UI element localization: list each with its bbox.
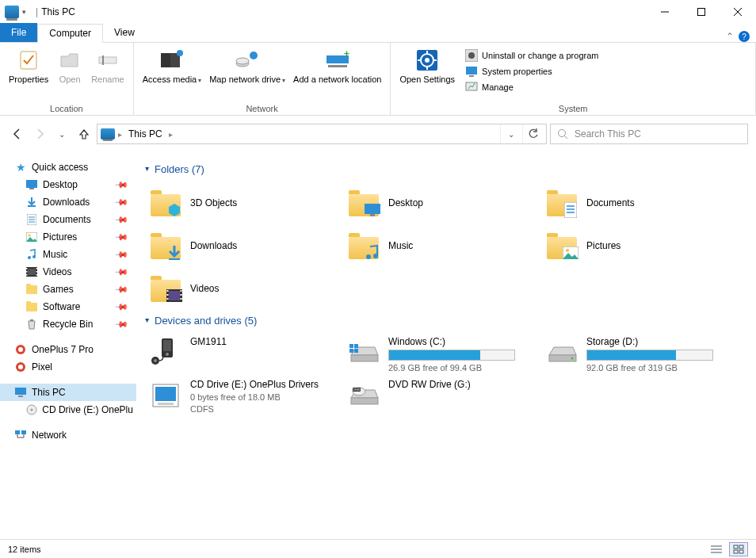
svg-rect-7 bbox=[161, 53, 170, 67]
drive-item-windows-c-[interactable]: Windows (C:)26.9 GB free of 99.4 GB bbox=[344, 333, 542, 376]
maximize-button[interactable] bbox=[683, 0, 720, 24]
drive-name: Windows (C:) bbox=[388, 336, 539, 347]
sidebar-item-oneplus-7-pro[interactable]: OnePlus 7 Pro bbox=[0, 341, 136, 358]
tab-view[interactable]: View bbox=[103, 23, 146, 42]
svg-rect-45 bbox=[26, 271, 28, 273]
folder-item-documents[interactable]: Documents bbox=[542, 182, 740, 224]
drive-name: GM1911 bbox=[190, 336, 341, 347]
capacity-bar bbox=[388, 350, 515, 361]
back-button[interactable] bbox=[8, 124, 27, 143]
sidebar-item-software[interactable]: Software📌 bbox=[0, 298, 136, 315]
tab-computer[interactable]: Computer bbox=[37, 24, 103, 43]
sidebar-item-cd-drive[interactable]: CD Drive (E:) OnePlus bbox=[0, 401, 136, 418]
drive-filesystem: CDFS bbox=[190, 404, 341, 414]
sidebar-item-pixel[interactable]: Pixel bbox=[0, 358, 136, 376]
recent-locations-button[interactable]: ⌄ bbox=[52, 124, 71, 143]
tab-file[interactable]: File bbox=[0, 23, 37, 42]
chevron-right-icon[interactable]: ▸ bbox=[118, 130, 122, 139]
svg-rect-108 bbox=[739, 550, 743, 553]
sidebar-item-network[interactable]: Network bbox=[0, 426, 136, 444]
sidebar-item-label: Videos bbox=[43, 266, 71, 277]
svg-rect-98 bbox=[351, 398, 378, 404]
pin-icon: 📌 bbox=[113, 281, 128, 296]
drive-item-gm1911[interactable]: GM1911 bbox=[146, 333, 344, 376]
large-icons-view-button[interactable] bbox=[729, 542, 748, 556]
sidebar-item-videos[interactable]: Videos📌 bbox=[0, 263, 136, 281]
item-icon bbox=[25, 231, 38, 243]
svg-point-54 bbox=[18, 365, 23, 369]
drive-name: Storage (D:) bbox=[586, 336, 737, 347]
sidebar-item-desktop[interactable]: Desktop📌 bbox=[0, 176, 136, 193]
svg-rect-43 bbox=[28, 269, 36, 275]
folder-item-desktop[interactable]: Desktop bbox=[344, 182, 542, 224]
drive-icon: DVD bbox=[347, 379, 380, 412]
qat-dropdown-icon[interactable]: ▾ bbox=[22, 8, 26, 16]
minimize-button[interactable] bbox=[647, 0, 683, 24]
ribbon: Properties Open Rename Location Access m… bbox=[0, 43, 756, 116]
svg-point-87 bbox=[154, 359, 157, 362]
item-icon bbox=[25, 300, 38, 313]
close-button[interactable] bbox=[720, 0, 756, 24]
refresh-button[interactable] bbox=[522, 124, 543, 143]
breadcrumb-this-pc[interactable]: This PC bbox=[125, 128, 166, 140]
svg-rect-56 bbox=[18, 396, 23, 397]
system-properties-icon bbox=[465, 65, 478, 78]
folder-label: Pictures bbox=[586, 240, 620, 251]
app-icon bbox=[5, 6, 19, 18]
forward-button[interactable] bbox=[30, 124, 49, 143]
access-media-button[interactable]: Access media▾ bbox=[139, 46, 205, 86]
svg-point-19 bbox=[425, 58, 430, 63]
folder-item-music[interactable]: Music bbox=[344, 224, 542, 267]
sidebar-item-this-pc[interactable]: This PC bbox=[0, 384, 136, 401]
folder-item-downloads[interactable]: Downloads bbox=[146, 224, 344, 267]
svg-point-40 bbox=[28, 256, 31, 259]
network-icon bbox=[14, 429, 27, 441]
pin-icon: 📌 bbox=[113, 229, 128, 244]
sidebar-item-downloads[interactable]: Downloads📌 bbox=[0, 193, 136, 211]
sidebar-item-pictures[interactable]: Pictures📌 bbox=[0, 228, 136, 246]
search-placeholder: Search This PC bbox=[575, 128, 641, 140]
address-dropdown-button[interactable]: ⌄ bbox=[500, 124, 521, 143]
svg-text:DVD: DVD bbox=[353, 388, 361, 392]
folder-item-pictures[interactable]: Pictures bbox=[542, 224, 740, 267]
help-icon[interactable]: ? bbox=[739, 31, 750, 42]
section-folders[interactable]: ▸ Folders (7) bbox=[146, 163, 746, 175]
properties-button[interactable]: Properties bbox=[5, 46, 52, 86]
add-network-location-button[interactable]: + Add a network location bbox=[289, 46, 385, 86]
drive-item-dvd-rw-drive-g-[interactable]: DVDDVD RW Drive (G:) bbox=[344, 376, 542, 417]
system-properties-button[interactable]: System properties bbox=[465, 65, 598, 78]
open-settings-button[interactable]: Open Settings bbox=[395, 46, 459, 86]
search-input[interactable]: Search This PC bbox=[550, 124, 748, 144]
svg-point-85 bbox=[166, 353, 169, 356]
up-button[interactable] bbox=[74, 124, 94, 143]
section-drives[interactable]: ▸ Devices and drives (5) bbox=[146, 315, 746, 327]
open-button[interactable]: Open bbox=[52, 46, 87, 86]
uninstall-program-button[interactable]: Uninstall or change a program bbox=[465, 49, 598, 62]
content-area: ▸ Folders (7) 3D ObjectsDesktopDocuments… bbox=[136, 152, 756, 539]
svg-rect-59 bbox=[15, 430, 20, 434]
folder-item-3d-objects[interactable]: 3D Objects bbox=[146, 182, 344, 224]
sidebar-item-recycle-bin[interactable]: Recycle Bin📌 bbox=[0, 315, 136, 333]
folder-item-videos[interactable]: Videos bbox=[146, 267, 344, 310]
svg-rect-44 bbox=[26, 268, 28, 269]
sidebar-item-music[interactable]: Music📌 bbox=[0, 246, 136, 263]
manage-button[interactable]: Manage bbox=[465, 81, 598, 94]
disc-icon bbox=[25, 403, 37, 416]
sidebar-item-quick-access[interactable]: ★ Quick access bbox=[0, 159, 136, 176]
svg-rect-92 bbox=[354, 349, 358, 353]
drive-item-cd-drive-e-oneplus-drivers[interactable]: CD Drive (E:) OnePlus Drivers0 bytes fre… bbox=[146, 376, 344, 417]
sidebar-item-documents[interactable]: Documents📌 bbox=[0, 211, 136, 228]
collapse-ribbon-icon[interactable]: ⌃ bbox=[726, 31, 734, 42]
map-network-drive-button[interactable]: Map network drive▾ bbox=[205, 46, 289, 86]
drive-icon bbox=[149, 336, 182, 369]
rename-button[interactable]: Rename bbox=[87, 46, 128, 86]
details-view-button[interactable] bbox=[707, 542, 726, 556]
svg-rect-105 bbox=[734, 545, 738, 548]
drive-item-storage-d-[interactable]: Storage (D:)92.0 GB free of 319 GB bbox=[542, 333, 740, 376]
chevron-right-icon[interactable]: ▸ bbox=[169, 130, 173, 139]
svg-point-74 bbox=[566, 249, 569, 252]
address-bar[interactable]: ▸ This PC ▸ ⌄ bbox=[97, 124, 547, 144]
folder-label: 3D Objects bbox=[190, 197, 237, 208]
svg-rect-78 bbox=[167, 294, 169, 296]
sidebar-item-games[interactable]: Games📌 bbox=[0, 281, 136, 298]
